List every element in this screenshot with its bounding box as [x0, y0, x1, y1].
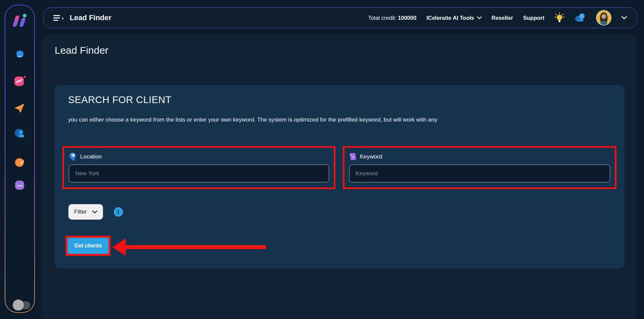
pie-chart-icon	[14, 156, 26, 169]
chevron-down-icon	[622, 16, 627, 19]
nav-support[interactable]: Support	[523, 15, 544, 21]
annotation-arrow-icon	[112, 238, 126, 256]
hamburger-icon	[53, 15, 60, 21]
main-panel: Lead Finder SEARCH FOR CLIENT you can ei…	[41, 35, 637, 319]
sidebar-item-find-user[interactable]	[13, 127, 26, 140]
avatar	[596, 10, 611, 26]
more-apps-icon	[13, 179, 26, 191]
location-input[interactable]	[69, 165, 329, 182]
nav-reseller[interactable]: Reseller	[492, 15, 513, 21]
sidebar-item-apps[interactable]	[13, 48, 26, 61]
total-credit: Total credit: 100000	[368, 15, 416, 21]
sidebar-inner	[5, 5, 34, 312]
logo-dot-icon	[23, 14, 26, 17]
app-logo[interactable]	[12, 13, 28, 28]
nav-tools-label: ICeleraite AI Tools	[426, 15, 474, 21]
tips-button[interactable]	[554, 12, 565, 23]
total-credit-value: 100000	[398, 15, 416, 21]
keyword-input[interactable]	[349, 165, 610, 182]
nav-tools-menu[interactable]: ICeleraite AI Tools	[426, 15, 481, 21]
logo-bar-icon	[19, 18, 26, 27]
page-title-header: Lead Finder	[70, 13, 112, 22]
page-title: Lead Finder	[55, 45, 108, 56]
total-credit-label: Total credit:	[368, 15, 396, 21]
info-icon[interactable]: i	[114, 207, 123, 217]
chevron-right-icon: ›	[62, 15, 64, 21]
search-for-client-card: SEARCH FOR CLIENT you can either choose …	[55, 85, 625, 269]
location-label: Location	[80, 153, 102, 160]
apps-icon	[14, 49, 26, 61]
sidebar	[5, 5, 35, 313]
chevron-down-icon	[477, 16, 482, 19]
header-right: Total credit: 100000 ICeleraite AI Tools…	[368, 10, 627, 26]
filter-label: Filter	[74, 209, 87, 215]
header: › Lead Finder Total credit: 100000 ICele…	[43, 7, 637, 28]
location-pin-icon	[69, 152, 77, 162]
keyword-label: Keyword	[360, 153, 382, 160]
chat-icon	[575, 13, 586, 23]
toggle-knob	[13, 300, 24, 311]
sidebar-item-analytics[interactable]	[13, 74, 26, 88]
chat-button[interactable]	[575, 13, 586, 23]
chevron-down-icon	[92, 211, 97, 214]
card-description: you can either choose a keyword from the…	[68, 117, 437, 123]
lightbulb-icon	[554, 12, 565, 23]
keyword-label-row: Keyword	[349, 152, 610, 162]
card-heading: SEARCH FOR CLIENT	[68, 94, 171, 105]
filter-row: Filter i	[68, 204, 123, 220]
user-search-icon	[13, 128, 26, 140]
location-label-row: Location	[69, 152, 329, 162]
logo-bar-icon	[12, 15, 20, 27]
theme-toggle[interactable]	[12, 298, 31, 312]
analytics-icon	[13, 75, 26, 87]
sidebar-item-reports[interactable]	[13, 156, 26, 169]
get-clients-button[interactable]: Get clients	[67, 238, 109, 254]
annotation-arrow-tail	[125, 245, 266, 249]
get-clients-highlight: Get clients	[65, 236, 111, 256]
filter-dropdown[interactable]: Filter	[68, 204, 103, 220]
menu-toggle-button[interactable]: ›	[53, 15, 64, 21]
sidebar-item-more[interactable]	[13, 178, 26, 192]
keyword-field-highlight: Keyword	[343, 146, 616, 189]
profile-menu-button[interactable]	[622, 16, 627, 19]
location-field-highlight: Location	[62, 146, 335, 189]
keyword-note-icon	[349, 152, 357, 162]
send-icon	[13, 102, 26, 115]
sidebar-item-send[interactable]	[13, 102, 26, 115]
profile-button[interactable]	[596, 10, 611, 26]
nav-reseller-label: Reseller	[492, 15, 513, 21]
nav-support-label: Support	[523, 15, 544, 21]
